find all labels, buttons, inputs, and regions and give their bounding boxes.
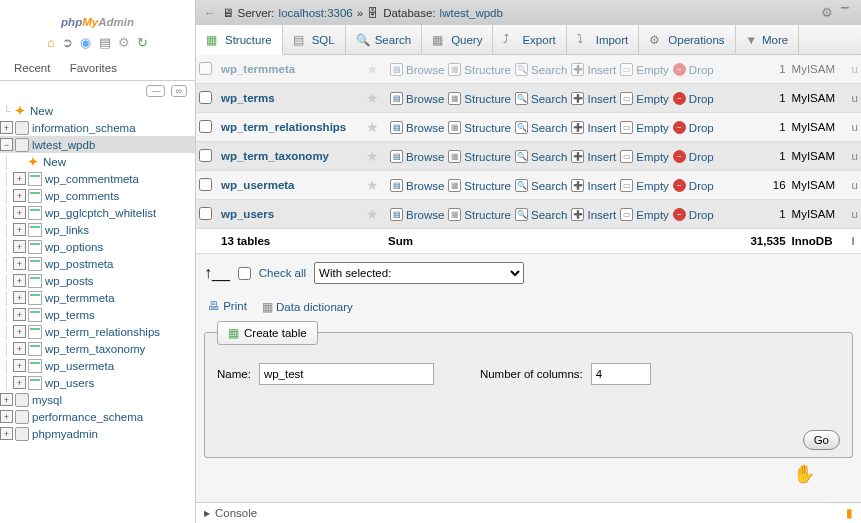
tree-db-information_schema[interactable]: +information_schema [0,119,195,136]
check-all-checkbox[interactable] [238,267,251,280]
favorite-icon[interactable]: ★ [366,148,379,164]
tree-table-wp_terms[interactable]: │+wp_terms [0,306,195,323]
table-name-link[interactable]: wp_term_taxonomy [221,150,329,162]
tree-table-New[interactable]: │✦New [0,153,195,170]
table-name-link[interactable]: wp_users [221,208,274,220]
console-toggle-icon[interactable]: ▶ [204,509,210,518]
tab-import[interactable]: ⤵Import [567,25,640,54]
tree-db-lwtest_wpdb[interactable]: −lwtest_wpdb [0,136,195,153]
insert-link[interactable]: ➕Insert [571,150,616,163]
docs-icon[interactable]: ◉ [80,35,91,50]
expand-icon[interactable]: + [13,206,26,219]
insert-link[interactable]: ➕Insert [571,179,616,192]
tab-search[interactable]: 🔍Search [346,25,422,54]
tree-table-wp_postmeta[interactable]: │+wp_postmeta [0,255,195,272]
home-icon[interactable]: ⌂ [47,35,55,50]
drop-link[interactable]: −Drop [673,150,714,163]
browse-link[interactable]: ▤Browse [390,63,444,76]
row-checkbox[interactable] [199,62,212,75]
nav-left-icon[interactable]: ← [204,7,216,19]
expand-icon[interactable]: + [13,172,26,185]
page-settings-icon[interactable]: ⚙ [821,5,833,20]
expand-icon[interactable]: + [13,291,26,304]
print-link[interactable]: 🖶 Print [208,300,247,314]
columns-input[interactable] [591,363,651,385]
expand-icon[interactable]: + [0,121,13,134]
expand-icon[interactable]: + [13,325,26,338]
row-checkbox[interactable] [199,120,212,133]
drop-link[interactable]: −Drop [673,92,714,105]
structure-link[interactable]: ▦Structure [448,179,511,192]
collapse-button[interactable]: — [146,85,165,97]
expand-icon[interactable]: + [13,308,26,321]
expand-icon[interactable]: + [0,410,13,423]
structure-link[interactable]: ▦Structure [448,63,511,76]
drop-link[interactable]: −Drop [673,208,714,221]
empty-link[interactable]: ▭Empty [620,150,669,163]
tab-more[interactable]: ▼More [736,25,800,54]
tree-table-wp_termmeta[interactable]: │+wp_termmeta [0,289,195,306]
empty-link[interactable]: ▭Empty [620,179,669,192]
tab-sql[interactable]: ▤SQL [283,25,346,54]
tree-table-wp_term_taxonomy[interactable]: │+wp_term_taxonomy [0,340,195,357]
empty-link[interactable]: ▭Empty [620,63,669,76]
structure-link[interactable]: ▦Structure [448,92,511,105]
expand-icon[interactable]: + [13,257,26,270]
expand-icon[interactable]: − [0,138,13,151]
search-link[interactable]: 🔍Search [515,63,567,76]
search-link[interactable]: 🔍Search [515,179,567,192]
tree-db-mysql[interactable]: +mysql [0,391,195,408]
expand-icon[interactable]: + [13,376,26,389]
table-name-link[interactable]: wp_usermeta [221,179,295,191]
structure-link[interactable]: ▦Structure [448,121,511,134]
recent-tab[interactable]: Recent [6,59,58,77]
search-link[interactable]: 🔍Search [515,208,567,221]
browse-link[interactable]: ▤Browse [390,92,444,105]
favorite-icon[interactable]: ★ [366,61,379,77]
tab-operations[interactable]: ⚙Operations [639,25,735,54]
tab-query[interactable]: ▦Query [422,25,493,54]
favorites-tab[interactable]: Favorites [62,59,125,77]
tree-db-performance_schema[interactable]: +performance_schema [0,408,195,425]
server-link[interactable]: localhost:3306 [279,7,353,19]
browse-link[interactable]: ▤Browse [390,208,444,221]
expand-icon[interactable]: + [0,393,13,406]
row-checkbox[interactable] [199,178,212,191]
expand-icon[interactable]: + [13,359,26,372]
insert-link[interactable]: ➕Insert [571,92,616,105]
tree-table-wp_users[interactable]: │+wp_users [0,374,195,391]
reload-icon[interactable]: ↻ [137,35,148,50]
sql-icon[interactable]: ▤ [99,35,111,50]
expand-icon[interactable]: + [13,223,26,236]
bookmark-icon[interactable]: ▮ [846,506,853,520]
tree-table-wp_term_relationships[interactable]: │+wp_term_relationships [0,323,195,340]
tree-table-wp_gglcptch_whitelist[interactable]: │+wp_gglcptch_whitelist [0,204,195,221]
expand-icon[interactable]: + [0,427,13,440]
tree-table-wp_links[interactable]: │+wp_links [0,221,195,238]
tab-structure[interactable]: ▦Structure [196,25,283,55]
expand-icon[interactable]: + [13,274,26,287]
drop-link[interactable]: −Drop [673,63,714,76]
database-link[interactable]: lwtest_wpdb [440,7,503,19]
favorite-icon[interactable]: ★ [366,177,379,193]
expand-icon[interactable]: + [13,240,26,253]
search-link[interactable]: 🔍Search [515,92,567,105]
tree-table-wp_usermeta[interactable]: │+wp_usermeta [0,357,195,374]
insert-link[interactable]: ➕Insert [571,208,616,221]
favorite-icon[interactable]: ★ [366,119,379,135]
page-toggle-icon[interactable]: ▔ [841,7,849,18]
drop-link[interactable]: −Drop [673,121,714,134]
settings-icon[interactable]: ⚙ [118,35,130,50]
tree-table-wp_comments[interactable]: │+wp_comments [0,187,195,204]
insert-link[interactable]: ➕Insert [571,63,616,76]
browse-link[interactable]: ▤Browse [390,121,444,134]
expand-icon[interactable]: + [13,342,26,355]
data-dictionary-link[interactable]: ▦ Data dictionary [262,300,353,314]
tree-new[interactable]: └✦New [0,102,195,119]
expand-button[interactable]: ∞ [171,85,187,97]
with-selected-dropdown[interactable]: With selected: [314,262,524,284]
tree-table-wp_commentmeta[interactable]: │+wp_commentmeta [0,170,195,187]
structure-link[interactable]: ▦Structure [448,208,511,221]
empty-link[interactable]: ▭Empty [620,121,669,134]
browse-link[interactable]: ▤Browse [390,179,444,192]
